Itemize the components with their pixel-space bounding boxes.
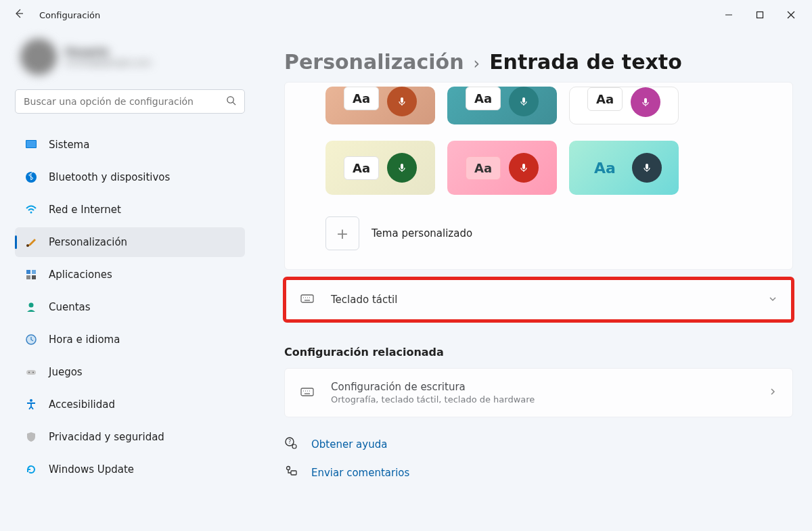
get-help-link[interactable]: ? Obtener ayuda (284, 436, 793, 453)
sidebar-item-aplicaciones[interactable]: Aplicaciones (15, 260, 245, 290)
keyboard-icon (300, 291, 317, 308)
shield-icon (24, 430, 38, 444)
microphone-icon (509, 153, 539, 183)
search-icon (226, 95, 236, 108)
app-title: Configuración (39, 10, 100, 20)
chevron-right-icon: › (474, 54, 480, 73)
row-title: Teclado táctil (331, 294, 754, 306)
search-box[interactable] (15, 89, 245, 114)
svg-rect-33 (301, 388, 313, 396)
microphone-icon (387, 87, 417, 116)
feedback-icon (284, 465, 300, 481)
theme-tile-5[interactable]: Aa (447, 141, 557, 195)
system-icon (24, 138, 38, 152)
themes-row-1: Aa Aa Aa (285, 83, 792, 133)
link-text: Enviar comentarios (311, 467, 409, 479)
related-section-title: Configuración relacionada (284, 346, 793, 359)
svg-point-42 (287, 467, 290, 470)
svg-rect-14 (32, 275, 36, 279)
theme-tile-4[interactable]: Aa (325, 141, 435, 195)
custom-theme-label: Tema personalizado (371, 227, 472, 239)
themes-card: Aa Aa Aa (284, 82, 793, 270)
accessibility-icon (24, 398, 38, 411)
microphone-icon (631, 87, 660, 117)
sidebar-item-privacidad[interactable]: Privacidad y seguridad (15, 422, 245, 452)
close-button[interactable] (775, 4, 807, 26)
microphone-icon (509, 87, 539, 116)
svg-rect-11 (26, 270, 30, 274)
add-theme-button[interactable]: + (325, 216, 359, 250)
help-icon: ? (284, 436, 300, 453)
profile-email: correo@ejemplo.com (65, 58, 151, 68)
sidebar-item-sistema[interactable]: Sistema (15, 130, 245, 160)
row-title: Configuración de escritura (331, 381, 754, 393)
svg-text:?: ? (288, 439, 291, 445)
svg-point-10 (26, 244, 29, 247)
user-profile[interactable]: Usuario correo@ejemplo.com (15, 30, 245, 84)
person-icon (24, 300, 38, 314)
content-pane: Personalización › Entrada de texto Aa Aa (257, 30, 812, 531)
theme-aa-label: Aa (344, 87, 379, 110)
sidebar-item-bluetooth[interactable]: Bluetooth y dispositivos (15, 162, 245, 192)
sidebar-item-hora[interactable]: Hora e idioma (15, 325, 245, 354)
sidebar-item-label: Personalización (49, 236, 127, 248)
wifi-icon (24, 203, 38, 216)
profile-name: Usuario (65, 46, 151, 58)
theme-tile-6[interactable]: Aa (569, 141, 679, 195)
sidebar-item-cuentas[interactable]: Cuentas (15, 292, 245, 322)
touch-keyboard-row[interactable]: Teclado táctil (284, 278, 793, 321)
svg-rect-25 (522, 164, 525, 169)
svg-rect-43 (291, 471, 296, 475)
sidebar-item-label: Privacidad y seguridad (49, 431, 164, 443)
sidebar-item-label: Sistema (49, 139, 89, 151)
maximize-button[interactable] (744, 4, 775, 26)
breadcrumb: Personalización › Entrada de texto (284, 50, 793, 74)
svg-rect-17 (26, 370, 36, 375)
sidebar-item-label: Bluetooth y dispositivos (49, 171, 170, 183)
back-button[interactable] (5, 8, 32, 22)
help-links: ? Obtener ayuda Enviar comentarios (284, 436, 793, 481)
svg-rect-21 (401, 97, 403, 103)
update-icon (24, 463, 38, 476)
svg-point-4 (227, 97, 233, 103)
typing-settings-row[interactable]: Configuración de escritura Ortografía, t… (284, 368, 793, 417)
theme-aa-label: Aa (466, 87, 501, 110)
svg-rect-22 (522, 97, 525, 103)
sidebar-item-label: Juegos (49, 366, 83, 378)
svg-point-15 (29, 303, 34, 308)
breadcrumb-current: Entrada de texto (489, 50, 682, 74)
svg-rect-27 (301, 295, 313, 302)
svg-rect-1 (757, 12, 763, 18)
breadcrumb-parent[interactable]: Personalización (284, 50, 464, 74)
svg-rect-23 (644, 98, 647, 103)
sidebar-item-label: Windows Update (49, 463, 134, 476)
keyboard-icon (300, 384, 317, 402)
chevron-right-icon (768, 387, 777, 398)
sidebar-item-accesibilidad[interactable]: Accesibilidad (15, 390, 245, 419)
svg-point-19 (32, 372, 34, 373)
titlebar: Configuración (0, 0, 812, 30)
search-input[interactable] (24, 96, 226, 107)
clock-globe-icon (24, 333, 38, 346)
avatar (20, 39, 57, 75)
custom-theme-row[interactable]: + Tema personalizado (285, 203, 792, 250)
send-feedback-link[interactable]: Enviar comentarios (284, 465, 793, 481)
theme-aa-label: Aa (466, 156, 501, 180)
theme-aa-label: Aa (344, 156, 379, 180)
svg-point-9 (30, 212, 32, 214)
svg-point-41 (292, 444, 296, 448)
minimize-button[interactable] (713, 4, 744, 26)
sidebar-item-juegos[interactable]: Juegos (15, 357, 245, 387)
sidebar-item-red[interactable]: Red e Internet (15, 195, 245, 225)
themes-row-2: Aa Aa Aa (285, 133, 792, 203)
sidebar-item-personalizacion[interactable]: Personalización (15, 227, 245, 257)
theme-tile-2[interactable]: Aa (447, 87, 557, 124)
theme-tile-3[interactable]: Aa (569, 87, 679, 124)
link-text: Obtener ayuda (311, 438, 387, 451)
microphone-icon (632, 153, 662, 183)
sidebar-item-label: Aplicaciones (49, 269, 112, 281)
sidebar-item-update[interactable]: Windows Update (15, 455, 245, 484)
svg-rect-13 (26, 275, 30, 279)
row-subtitle: Ortografía, teclado táctil, teclado de h… (331, 394, 754, 405)
theme-tile-1[interactable]: Aa (325, 87, 435, 124)
